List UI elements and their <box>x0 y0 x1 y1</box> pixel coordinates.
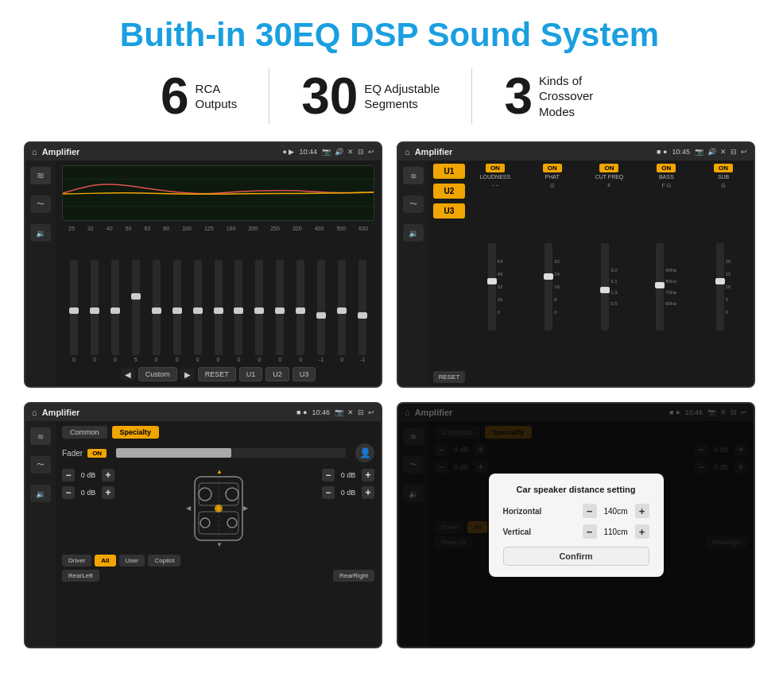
phat-on-btn[interactable]: ON <box>543 164 562 172</box>
crossover-topbar: ⌂ Amplifier ■ ● 10:45 📷 🔊 ✕ ⊟ ↩ <box>398 143 754 160</box>
eq-slider-6[interactable]: 0 <box>169 260 186 362</box>
page-wrapper: Buith-in 30EQ DSP Sound System 6 RCAOutp… <box>0 0 779 700</box>
eq-slider-15[interactable]: -1 <box>354 260 371 362</box>
specialty-tab[interactable]: Specialty <box>112 426 160 439</box>
sidebar-fdr-wave-btn[interactable]: 〜 <box>30 456 51 474</box>
common-tab[interactable]: Common <box>62 426 107 439</box>
dialog-vertical-plus[interactable]: + <box>635 524 649 539</box>
sidebar-xo-spk-btn[interactable]: 🔉 <box>403 224 424 242</box>
crossover-u-buttons: U1 U2 U3 RESET <box>433 164 465 383</box>
bass-on-btn[interactable]: ON <box>657 164 676 172</box>
fader-on-badge[interactable]: ON <box>87 449 107 458</box>
dialog-vertical-row: Vertical − 110cm + <box>503 524 649 539</box>
eq-slider-3[interactable]: 0 <box>107 260 124 362</box>
eq-reset-btn[interactable]: RESET <box>198 367 236 381</box>
cutfreq-on-btn[interactable]: ON <box>599 164 618 172</box>
sidebar-eq-btn[interactable]: ≋ <box>30 167 51 184</box>
fader-bottom-btns: Driver All User Copilot <box>62 555 374 567</box>
u2-button[interactable]: U2 <box>433 184 465 199</box>
sub-on-btn[interactable]: ON <box>714 164 733 172</box>
eq-u1-btn[interactable]: U1 <box>239 367 263 381</box>
svg-text:▼: ▼ <box>216 541 223 548</box>
car-svg: ▲ ▼ ◀ ▶ <box>183 469 254 548</box>
close-icon-2: ✕ <box>720 148 727 156</box>
phat-label: PHAT <box>545 174 560 180</box>
sidebar-xo-btn[interactable]: ≋ <box>403 167 424 184</box>
dialog-horizontal-value: 140cm <box>600 507 632 516</box>
fader-main: Common Specialty Fader ON 👤 <box>56 421 381 647</box>
eq-slider-14[interactable]: 0 <box>333 260 351 362</box>
svg-point-12 <box>217 507 220 510</box>
u3-button[interactable]: U3 <box>433 203 465 219</box>
rearleft-btn2[interactable]: RearLeft <box>62 570 99 582</box>
eq-slider-5[interactable]: 0 <box>148 260 165 362</box>
home-icon: ⌂ <box>32 147 37 157</box>
eq-topbar-icons: 📷 🔊 ✕ ⊟ ↩ <box>322 148 374 156</box>
svg-text:◀: ◀ <box>186 505 192 512</box>
crossover-main: U1 U2 U3 RESET ON LOUDNESS ~ ~ <box>428 160 754 386</box>
crossover-reset-btn[interactable]: RESET <box>433 371 465 383</box>
driver-btn[interactable]: Driver <box>62 555 91 567</box>
copilot-btn[interactable]: Copilot <box>148 555 180 567</box>
crossover-topbar-icons: 📷 🔊 ✕ ⊟ ↩ <box>695 148 747 156</box>
eq-slider-10[interactable]: 0 <box>250 260 268 362</box>
eq-u3-btn[interactable]: U3 <box>293 367 316 381</box>
stat-rca: 6 RCAOutputs <box>129 71 269 122</box>
dialog-horizontal-plus[interactable]: + <box>635 504 649 518</box>
sidebar-wave-btn[interactable]: 〜 <box>30 195 51 213</box>
crossover-channels: ON LOUDNESS ~ ~ 644832160 <box>470 164 749 383</box>
db-plus-2[interactable]: + <box>102 486 114 499</box>
eq-time: 10:44 <box>299 148 317 156</box>
eq-slider-7[interactable]: 0 <box>189 260 207 362</box>
fader-screen: ⌂ Amplifier ■ ● 10:46 📷 ✕ ⊟ ↩ ≋ 〜 🔉 <box>24 402 382 648</box>
eq-play-btn[interactable]: ▶ <box>180 369 195 381</box>
svg-point-9 <box>200 518 210 528</box>
dialog-screen: ⌂ Amplifier ■ ● 10:46 📷 ✕ ⊟ ↩ ≋ 〜 🔉 <box>397 402 755 648</box>
db-control-4: − 0 dB + <box>322 486 374 499</box>
eq-slider-9[interactable]: 0 <box>231 260 248 362</box>
user-btn[interactable]: User <box>119 555 145 567</box>
db-minus-2[interactable]: − <box>62 486 75 499</box>
dialog-horizontal-minus[interactable]: − <box>583 504 597 518</box>
dialog-title: Car speaker distance setting <box>503 485 649 494</box>
db-minus-4[interactable]: − <box>322 486 335 499</box>
db-plus-4[interactable]: + <box>362 486 374 499</box>
eq-slider-1[interactable]: 0 <box>65 260 83 362</box>
sidebar-xo-wave-btn[interactable]: 〜 <box>403 195 424 213</box>
speaker-layout: − 0 dB + − 0 dB + <box>62 469 374 548</box>
svg-point-8 <box>226 488 238 501</box>
cutfreq-label: CUT FREQ <box>595 174 624 180</box>
loudness-on-btn[interactable]: ON <box>486 164 505 172</box>
sidebar-fdr-btn[interactable]: ≋ <box>30 427 51 445</box>
sub-label: SUB <box>718 174 729 180</box>
eq-slider-13[interactable]: -1 <box>312 260 330 362</box>
crossover-screen: ⌂ Amplifier ■ ● 10:45 📷 🔊 ✕ ⊟ ↩ ≋ 〜 🔉 <box>397 141 755 388</box>
sidebar-fdr-spk-btn[interactable]: 🔉 <box>30 485 51 502</box>
eq-custom-btn[interactable]: Custom <box>138 367 177 381</box>
rearright-btn[interactable]: RearRight <box>333 570 374 582</box>
eq-slider-2[interactable]: 0 <box>86 260 103 362</box>
stat-number-crossover: 3 <box>504 71 533 122</box>
eq-slider-11[interactable]: 0 <box>271 260 289 362</box>
dialog-vertical-minus[interactable]: − <box>583 524 597 539</box>
u1-button[interactable]: U1 <box>433 164 465 179</box>
eq-slider-8[interactable]: 0 <box>210 260 227 362</box>
sidebar-speaker-btn[interactable]: 🔉 <box>30 224 51 242</box>
screens-grid: ⌂ Amplifier ● ▶ 10:44 📷 🔊 ✕ ⊟ ↩ ≋ <box>24 141 755 648</box>
db-minus-3[interactable]: − <box>322 469 335 481</box>
eq-slider-12[interactable]: 0 <box>292 260 309 362</box>
db-plus-3[interactable]: + <box>362 469 374 481</box>
camera-icon-3: 📷 <box>335 408 343 416</box>
channel-phat: ON PHAT G 32241680 <box>527 164 578 383</box>
volume-icon-2: 🔊 <box>707 148 716 156</box>
db-plus-1[interactable]: + <box>102 469 114 481</box>
db-minus-1[interactable]: − <box>62 469 75 481</box>
svg-point-10 <box>227 518 237 528</box>
confirm-button[interactable]: Confirm <box>503 547 649 566</box>
all-btn[interactable]: All <box>95 555 115 567</box>
eq-u2-btn[interactable]: U2 <box>265 367 289 381</box>
back-icon-3: ↩ <box>368 408 374 416</box>
eq-prev-btn[interactable]: ◀ <box>121 369 135 381</box>
eq-slider-4[interactable]: 5 <box>127 260 145 362</box>
fader-dots: ■ ● <box>296 408 307 416</box>
